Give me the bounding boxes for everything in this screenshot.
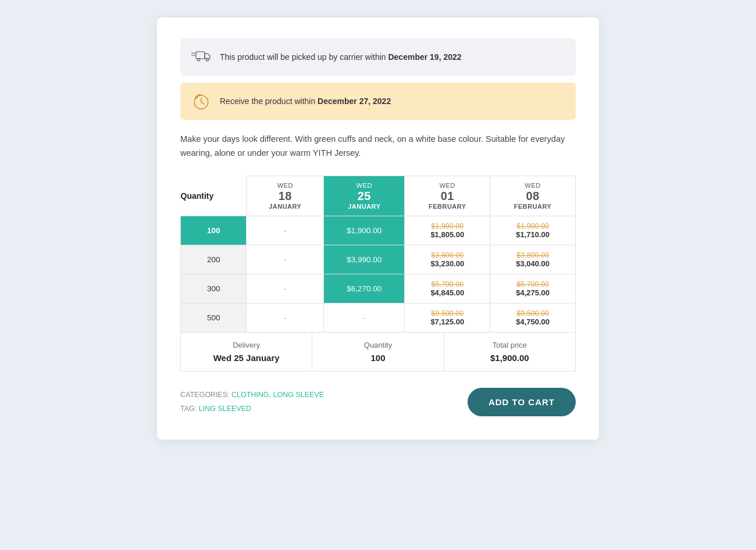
qty-cell-300[interactable]: 300 xyxy=(181,274,247,303)
col-wed-18: WED 18 JANUARY xyxy=(247,176,324,216)
summary-quantity: Quantity 100 xyxy=(312,333,444,371)
price-cell-row2-col0[interactable]: - xyxy=(247,274,324,303)
pricing-table-wrapper: Quantity WED 18 JANUARY WED 25 JANUARY W… xyxy=(180,176,576,333)
price-cell-row3-col1[interactable]: - xyxy=(324,303,405,332)
product-description: Make your days look different. With gree… xyxy=(180,133,576,160)
col-wed-08: WED 08 FEBRUARY xyxy=(490,176,576,216)
pricing-table: Quantity WED 18 JANUARY WED 25 JANUARY W… xyxy=(180,176,576,333)
summary-delivery-label: Delivery xyxy=(190,341,302,349)
summary-total: Total price $1,900.00 xyxy=(444,333,575,371)
price-cell-row3-col2[interactable]: $9,500.00$7,125.00 xyxy=(405,303,490,332)
quantity-header: Quantity xyxy=(181,176,247,216)
price-cell-row1-col3[interactable]: $3,800.00$3,040.00 xyxy=(490,245,576,274)
category-long-sleeve[interactable]: LONG SLEEVE xyxy=(273,391,324,399)
summary-delivery-value: Wed 25 January xyxy=(190,353,302,363)
price-cell-row0-col3[interactable]: $1,900.00$1,710.00 xyxy=(490,216,576,245)
col-wed-25: WED 25 JANUARY xyxy=(324,176,405,216)
category-clothing[interactable]: CLOTHING xyxy=(231,391,269,399)
categories-tags: CATEGORIES: CLOTHING, LONG SLEEVE TAG: L… xyxy=(180,388,324,416)
summary-total-value: $1,900.00 xyxy=(454,353,566,363)
price-cell-row3-col3[interactable]: $9,500.00$4,750.00 xyxy=(490,303,576,332)
price-cell-row0-col0[interactable]: - xyxy=(247,216,324,245)
tag-label: TAG: xyxy=(180,405,197,413)
product-card: This product will be picked up by carrie… xyxy=(157,17,599,440)
svg-line-7 xyxy=(201,102,204,105)
price-cell-row2-col3[interactable]: $5,700.00$4,275.00 xyxy=(490,274,576,303)
summary-total-label: Total price xyxy=(454,341,566,349)
categories-line: CATEGORIES: CLOTHING, LONG SLEEVE xyxy=(180,388,324,402)
summary-delivery: Delivery Wed 25 January xyxy=(181,333,312,371)
summary-quantity-value: 100 xyxy=(322,353,434,363)
tag-ling-sleeved[interactable]: LING SLEEVED xyxy=(199,405,251,413)
price-cell-row0-col1[interactable]: $1,900.00 xyxy=(324,216,405,245)
carrier-notice-text: This product will be picked up by carrie… xyxy=(220,52,462,62)
qty-cell-100[interactable]: 100 xyxy=(181,216,247,245)
qty-cell-200[interactable]: 200 xyxy=(181,245,247,274)
price-cell-row1-col2[interactable]: $3,800.00$3,230.00 xyxy=(405,245,490,274)
qty-cell-500[interactable]: 500 xyxy=(181,303,247,332)
summary-section: Delivery Wed 25 January Quantity 100 Tot… xyxy=(180,333,576,372)
delivery-notice-text: Receive the product within December 27, … xyxy=(220,97,391,106)
price-cell-row2-col2[interactable]: $5,700.00$4,845.00 xyxy=(405,274,490,303)
price-cell-row2-col1[interactable]: $6,270.00 xyxy=(324,274,405,303)
categories-label: CATEGORIES: xyxy=(180,391,230,399)
price-cell-row0-col2[interactable]: $1,900.00$1,805.00 xyxy=(405,216,490,245)
delivery-notice: Receive the product within December 27, … xyxy=(180,83,576,120)
add-to-cart-button[interactable]: ADD TO CART xyxy=(468,388,576,416)
tags-line: TAG: LING SLEEVED xyxy=(180,402,324,416)
truck-icon xyxy=(191,47,212,67)
footer: CATEGORIES: CLOTHING, LONG SLEEVE TAG: L… xyxy=(180,388,576,416)
svg-rect-2 xyxy=(196,52,205,59)
carrier-notice: This product will be picked up by carrie… xyxy=(180,38,576,76)
price-cell-row3-col0[interactable]: - xyxy=(247,303,324,332)
clock-icon xyxy=(191,91,212,112)
col-wed-01: WED 01 FEBRUARY xyxy=(405,176,490,216)
price-cell-row1-col1[interactable]: $3,990.00 xyxy=(324,245,405,274)
summary-quantity-label: Quantity xyxy=(322,341,434,349)
price-cell-row1-col0[interactable]: - xyxy=(247,245,324,274)
